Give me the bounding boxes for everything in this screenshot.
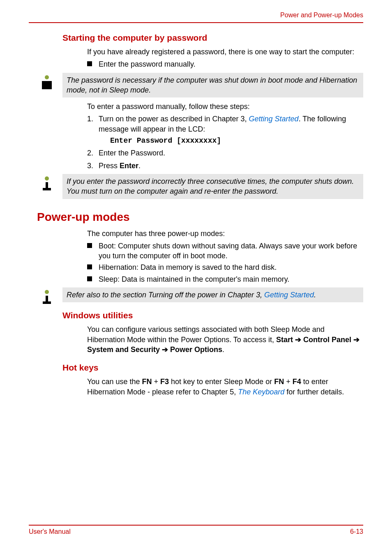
list-item: Enter the password manually. — [87, 59, 363, 69]
bold-text: System and Security — [87, 345, 160, 354]
info-icon — [39, 74, 55, 90]
note-block: If you enter the password incorrectly th… — [37, 174, 363, 199]
note-text: Refer also to the section Turning off th… — [62, 287, 363, 302]
bold-text: FN — [142, 378, 152, 386]
list-number: 2. — [87, 148, 93, 158]
bold-text: FN — [274, 378, 284, 386]
main-content: Starting the computer by password If you… — [29, 33, 363, 397]
list-number: 1. — [87, 114, 93, 124]
body-block-5: You can use the FN + F3 hot key to enter… — [62, 377, 363, 397]
svg-rect-13 — [43, 301, 51, 304]
text-segment: + — [152, 378, 160, 386]
text-segment: hot key to enter Sleep Mode or — [169, 378, 274, 386]
svg-point-14 — [45, 290, 49, 294]
list-item: 1. Turn on the power as described in Cha… — [87, 114, 363, 146]
list-item: 2. Enter the Password. — [87, 148, 363, 158]
bullet-list: Enter the password manually. — [87, 59, 363, 69]
footer: User's Manual 6-13 — [29, 525, 363, 535]
body-block-3: The computer has three power-up modes: B… — [62, 229, 363, 284]
svg-rect-10 — [43, 188, 51, 190]
text-segment: Press — [99, 162, 120, 170]
header-title: Power and Power-up Modes — [29, 12, 363, 19]
section-heading-powerup: Power-up modes — [37, 211, 363, 224]
note-block: The password is necessary if the compute… — [37, 73, 363, 98]
svg-point-8 — [45, 75, 49, 79]
footer-left: User's Manual — [29, 528, 71, 535]
paragraph: You can configure various settings assoc… — [87, 324, 363, 354]
note-text: The password is necessary if the compute… — [62, 73, 363, 98]
section-heading-hotkeys: Hot keys — [62, 363, 363, 373]
link-the-keyboard[interactable]: The Keyboard — [238, 388, 284, 396]
svg-rect-7 — [43, 87, 51, 89]
text-segment: for further details. — [284, 388, 344, 396]
footer-right: 6-13 — [350, 528, 363, 535]
paragraph: If you have already registered a passwor… — [87, 47, 363, 57]
arrow-icon: ➔ — [160, 345, 170, 354]
arrow-icon: ➔ — [293, 336, 303, 344]
text-segment: Enter the Password. — [99, 149, 165, 157]
bold-text: Start — [276, 336, 293, 344]
ordered-list: 1. Turn on the power as described in Cha… — [87, 114, 363, 170]
info-icon — [39, 175, 55, 191]
arrow-icon: ➔ — [351, 336, 360, 344]
bullet-list: Boot: Computer shuts down without saving… — [87, 241, 363, 284]
text-segment: Turn on the power as described in Chapte… — [99, 115, 249, 123]
bold-text: F3 — [160, 378, 169, 386]
text-segment: Refer also to the section Turning off th… — [67, 291, 264, 299]
svg-point-11 — [45, 176, 49, 181]
paragraph: You can use the FN + F3 hot key to enter… — [87, 377, 363, 397]
text-segment: . — [222, 345, 224, 354]
header-divider — [29, 22, 363, 23]
body-block-2: To enter a password manually, follow the… — [62, 102, 363, 171]
text-segment: . — [314, 291, 316, 299]
text-segment: + — [284, 378, 293, 386]
body-block-1: If you have already registered a passwor… — [62, 47, 363, 70]
section-heading-starting: Starting the computer by password — [62, 33, 363, 43]
bold-text: Enter — [120, 162, 138, 170]
list-item: Boot: Computer shuts down without saving… — [87, 241, 363, 261]
page: Power and Power-up Modes Starting the co… — [0, 0, 392, 556]
body-block-4: You can configure various settings assoc… — [62, 324, 363, 354]
text-segment: You can use the — [87, 378, 142, 386]
bold-text: F4 — [293, 378, 301, 386]
text-segment: . — [138, 162, 141, 170]
paragraph: The computer has three power-up modes: — [87, 229, 363, 239]
bold-text: Power Options — [170, 345, 222, 354]
list-item: Hibernation: Data in memory is saved to … — [87, 262, 363, 272]
paragraph: To enter a password manually, follow the… — [87, 102, 363, 111]
list-number: 3. — [87, 161, 93, 171]
list-item: Sleep: Data is maintained in the compute… — [87, 274, 363, 284]
bold-text: Control Panel — [303, 336, 351, 344]
info-icon — [39, 288, 55, 305]
list-item: 3. Press Enter. — [87, 161, 363, 171]
note-block: Refer also to the section Turning off th… — [37, 287, 363, 302]
link-getting-started[interactable]: Getting Started — [249, 115, 299, 123]
link-getting-started[interactable]: Getting Started — [264, 291, 314, 299]
section-heading-windows: Windows utilities — [62, 310, 363, 320]
code-text: Enter Password [xxxxxxxx] — [99, 136, 363, 146]
note-text: If you enter the password incorrectly th… — [62, 174, 363, 199]
